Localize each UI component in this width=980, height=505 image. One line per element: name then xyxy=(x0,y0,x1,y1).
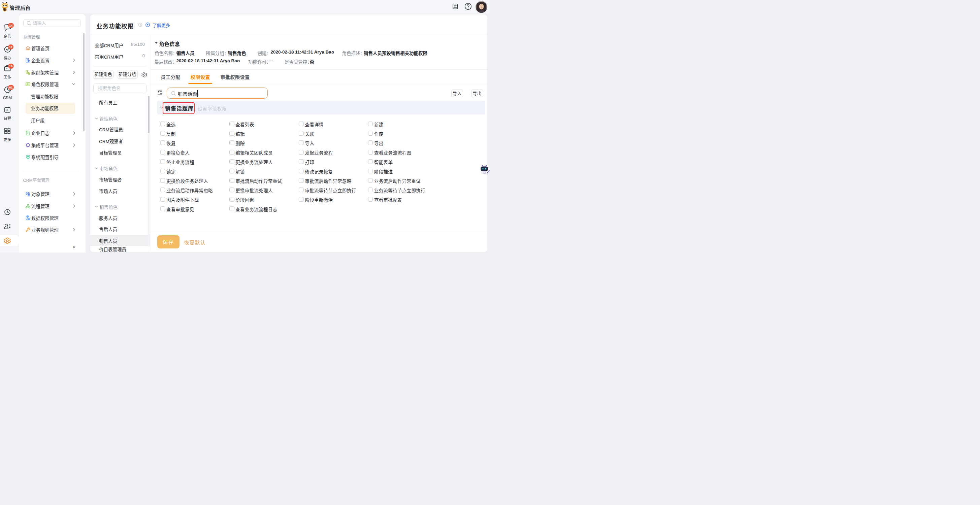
svg-text:5: 5 xyxy=(6,108,8,112)
